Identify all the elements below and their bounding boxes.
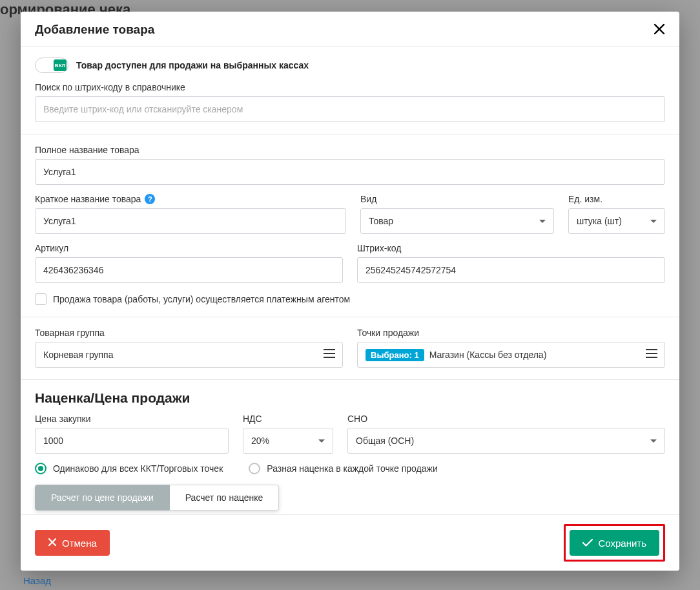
barcode-input[interactable] xyxy=(357,257,665,283)
save-button-label: Сохранить xyxy=(598,538,646,549)
purchase-price-input[interactable] xyxy=(35,428,229,454)
vat-select[interactable]: 20% xyxy=(243,428,333,454)
help-icon[interactable]: ? xyxy=(145,194,155,204)
chevron-down-icon xyxy=(650,220,657,223)
save-button-highlight: Сохранить xyxy=(564,524,665,562)
modal-title: Добавление товара xyxy=(35,23,154,37)
chevron-down-icon xyxy=(318,439,325,443)
tax-system-label: СНО xyxy=(347,414,665,424)
cancel-button[interactable]: Отмена xyxy=(35,530,110,556)
purchase-price-label: Цена закупки xyxy=(35,414,229,424)
availability-toggle-label: Товар доступен для продажи на выбранных … xyxy=(76,60,309,70)
back-link[interactable]: Назад xyxy=(23,575,51,586)
list-icon[interactable] xyxy=(646,349,657,361)
tax-system-select[interactable]: Общая (ОСН) xyxy=(347,428,665,454)
segment-by-markup[interactable]: Расчет по наценке xyxy=(170,485,280,511)
article-input[interactable] xyxy=(35,257,343,283)
add-product-modal: Добавление товара ВКЛ Товар доступен для… xyxy=(21,12,679,571)
radio-same-markup[interactable] xyxy=(35,463,46,474)
vat-label: НДС xyxy=(243,414,333,424)
segment-by-price[interactable]: Расчет по цене продажи xyxy=(35,485,170,511)
group-label: Товарная группа xyxy=(35,328,343,338)
close-icon xyxy=(48,538,57,549)
radio-diff-markup-label: Разная наценка в каждой точке продажи xyxy=(267,463,437,474)
barcode-label: Штрих-код xyxy=(357,243,665,253)
unit-value: штука (шт) xyxy=(577,216,622,226)
short-name-label: Краткое название товара ? xyxy=(35,194,346,204)
barcode-search-label: Поиск по штрих-коду в справочнике xyxy=(35,82,665,92)
article-label: Артикул xyxy=(35,243,343,253)
toggle-on-icon: ВКЛ xyxy=(54,59,67,71)
close-icon[interactable] xyxy=(654,22,665,37)
sales-points-select[interactable]: Выбрано: 1 Магазин (Кассы без отдела) xyxy=(357,342,665,368)
unit-select[interactable]: штука (шт) xyxy=(568,208,665,234)
chevron-down-icon xyxy=(539,220,546,223)
list-icon[interactable] xyxy=(324,349,335,361)
kind-label: Вид xyxy=(360,194,554,204)
radio-diff-markup[interactable] xyxy=(249,463,260,474)
radio-same-markup-label: Одинаково для всех ККТ/Торговых точек xyxy=(53,463,223,474)
chevron-down-icon xyxy=(650,439,657,443)
availability-toggle[interactable]: ВКЛ xyxy=(35,58,68,73)
cancel-button-label: Отмена xyxy=(62,538,97,549)
save-button[interactable]: Сохранить xyxy=(570,530,659,556)
agent-checkbox-label: Продажа товара (работы, услуги) осуществ… xyxy=(53,294,350,304)
unit-label: Ед. изм. xyxy=(568,194,665,204)
vat-value: 20% xyxy=(251,436,269,446)
selected-count-badge: Выбрано: 1 xyxy=(365,349,424,361)
agent-checkbox[interactable] xyxy=(35,293,46,305)
group-input[interactable] xyxy=(35,342,343,368)
kind-select[interactable]: Товар xyxy=(360,208,554,234)
kind-value: Товар xyxy=(369,216,393,226)
check-icon xyxy=(582,538,593,549)
short-name-input[interactable] xyxy=(35,208,346,234)
sales-points-value: Магазин (Кассы без отдела) xyxy=(429,350,547,360)
pricing-title: Наценка/Цена продажи xyxy=(35,390,665,406)
sales-points-label: Точки продажи xyxy=(357,328,665,338)
barcode-search-input[interactable] xyxy=(35,96,665,122)
full-name-input[interactable] xyxy=(35,159,665,185)
full-name-label: Полное название товара xyxy=(35,145,665,155)
tax-system-value: Общая (ОСН) xyxy=(356,436,414,446)
